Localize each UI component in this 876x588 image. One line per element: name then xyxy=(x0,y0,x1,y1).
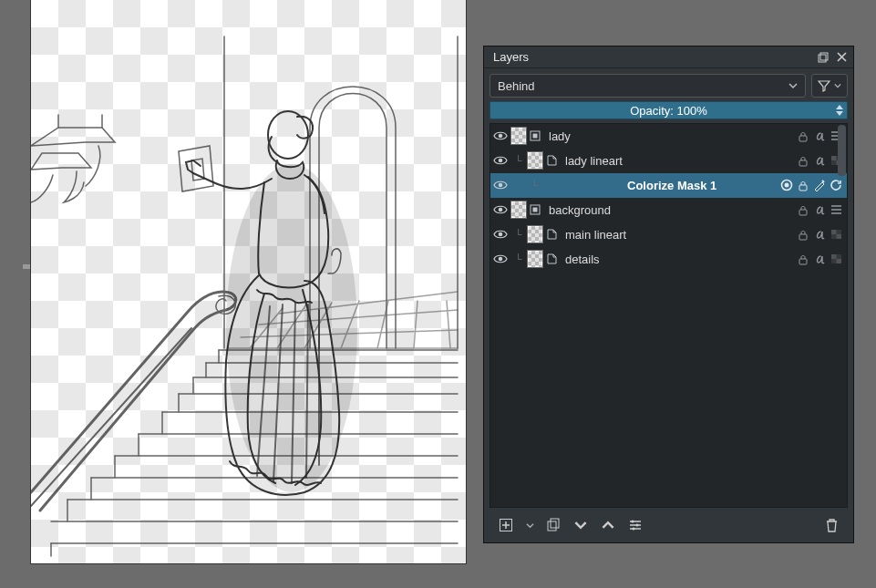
layer-filter-button[interactable] xyxy=(811,74,848,98)
svg-rect-23 xyxy=(831,230,841,239)
expand-toggle-icon[interactable] xyxy=(527,124,543,149)
layer-name[interactable]: main lineart xyxy=(560,228,796,242)
layer-type-icon xyxy=(543,222,560,247)
lock-icon[interactable] xyxy=(796,227,810,242)
layer-name[interactable]: details xyxy=(560,253,796,266)
layer-name[interactable]: lady xyxy=(543,129,796,143)
visibility-toggle-icon[interactable] xyxy=(490,198,510,222)
svg-rect-9 xyxy=(799,160,807,166)
layer-thumbnail[interactable] xyxy=(527,151,543,170)
layer-name[interactable]: lady lineart xyxy=(560,154,796,168)
move-layer-up-button[interactable] xyxy=(599,516,617,534)
alpha-icon[interactable] xyxy=(812,129,827,143)
layers-panel: Layers Behind Opacity: 100% xyxy=(483,46,854,543)
opacity-spinner[interactable] xyxy=(834,102,845,119)
svg-point-4 xyxy=(499,134,503,139)
layer-row[interactable]: lady lineart xyxy=(490,149,847,173)
layer-type-icon xyxy=(543,149,560,173)
panel-body: Behind Opacity: 100% ladylady lineartCol… xyxy=(484,68,853,542)
svg-rect-28 xyxy=(831,254,841,263)
visibility-toggle-icon[interactable] xyxy=(490,124,510,149)
alpha-icon[interactable] xyxy=(812,227,827,242)
svg-point-36 xyxy=(633,528,635,531)
panel-title: Layers xyxy=(493,50,813,64)
opacity-label: Opacity: 100% xyxy=(630,104,707,118)
svg-rect-7 xyxy=(799,136,807,141)
visibility-toggle-icon[interactable] xyxy=(490,247,510,272)
layer-thumbnail[interactable] xyxy=(527,225,543,243)
lock-icon[interactable] xyxy=(796,153,810,168)
layer-row[interactable]: details xyxy=(490,247,847,272)
layer-thumbnail[interactable] xyxy=(510,201,527,219)
layer-properties-button[interactable] xyxy=(626,516,644,534)
layer-row[interactable]: lady xyxy=(490,124,847,149)
tree-indent xyxy=(510,229,527,240)
add-layer-dropdown[interactable] xyxy=(524,516,535,534)
svg-point-34 xyxy=(632,521,634,523)
svg-point-14 xyxy=(782,181,792,191)
svg-rect-30 xyxy=(836,259,841,263)
visibility-toggle-icon[interactable] xyxy=(490,173,510,198)
refresh-icon[interactable] xyxy=(829,178,843,192)
layer-name[interactable]: Colorize Mask 1 xyxy=(622,179,779,192)
svg-point-35 xyxy=(636,524,639,527)
canvas[interactable] xyxy=(31,0,466,563)
visibility-toggle-icon[interactable] xyxy=(490,222,510,247)
svg-rect-19 xyxy=(533,208,538,212)
svg-rect-31 xyxy=(500,520,512,531)
float-panel-icon[interactable] xyxy=(815,49,831,66)
layer-row-actions xyxy=(796,202,847,217)
layer-list-empty-area[interactable] xyxy=(490,272,847,507)
funnel-icon xyxy=(818,79,830,92)
duplicate-layer-button[interactable] xyxy=(544,516,562,534)
add-layer-button[interactable] xyxy=(497,516,515,534)
layer-row-actions xyxy=(779,178,847,192)
alpha-icon[interactable] xyxy=(812,252,827,266)
layer-thumbnail[interactable] xyxy=(527,250,543,268)
circle-icon[interactable] xyxy=(779,178,794,192)
brush-icon[interactable] xyxy=(812,178,827,192)
chevron-down-icon xyxy=(788,81,798,90)
lock-icon[interactable] xyxy=(796,252,810,266)
layer-row[interactable]: Colorize Mask 1 xyxy=(490,173,847,198)
move-layer-down-button[interactable] xyxy=(572,516,590,534)
svg-rect-6 xyxy=(533,134,538,139)
svg-rect-2 xyxy=(819,55,826,62)
svg-rect-29 xyxy=(831,254,837,259)
scrollbar-thumb[interactable] xyxy=(838,125,846,176)
svg-rect-3 xyxy=(820,53,828,60)
svg-point-21 xyxy=(499,232,503,237)
alpha-icon[interactable] xyxy=(812,153,827,168)
layer-row-actions xyxy=(796,252,847,266)
lock-icon[interactable] xyxy=(796,129,810,143)
blank-icon[interactable] xyxy=(829,227,843,242)
tree-indent xyxy=(510,253,527,264)
layer-row[interactable]: background xyxy=(490,198,847,222)
opacity-slider[interactable]: Opacity: 100% xyxy=(490,101,848,119)
alpha-icon[interactable] xyxy=(812,202,827,217)
blend-mode-value: Behind xyxy=(498,79,534,93)
chevron-down-icon xyxy=(834,82,841,89)
tree-indent xyxy=(510,155,527,166)
svg-rect-33 xyxy=(551,519,559,528)
svg-point-13 xyxy=(499,183,503,188)
menu-icon[interactable] xyxy=(829,202,843,217)
visibility-toggle-icon[interactable] xyxy=(490,149,510,173)
layer-type-icon xyxy=(543,247,560,272)
lock-icon[interactable] xyxy=(796,202,810,217)
panel-titlebar[interactable]: Layers xyxy=(484,46,853,68)
layer-name[interactable]: background xyxy=(543,203,796,217)
delete-layer-button[interactable] xyxy=(822,516,840,534)
close-panel-icon[interactable] xyxy=(833,49,850,66)
layer-list[interactable]: ladylady lineartColorize Mask 1backgroun… xyxy=(490,123,848,508)
blank-icon[interactable] xyxy=(829,252,843,266)
blend-mode-select[interactable]: Behind xyxy=(490,74,806,98)
layer-row[interactable]: main lineart xyxy=(490,222,847,247)
svg-point-8 xyxy=(499,159,503,163)
svg-rect-27 xyxy=(799,259,807,264)
layer-thumbnail[interactable] xyxy=(510,127,527,145)
panel-footer xyxy=(490,511,848,539)
svg-rect-22 xyxy=(799,234,807,240)
expand-toggle-icon[interactable] xyxy=(527,198,543,222)
lock-icon[interactable] xyxy=(796,178,810,192)
